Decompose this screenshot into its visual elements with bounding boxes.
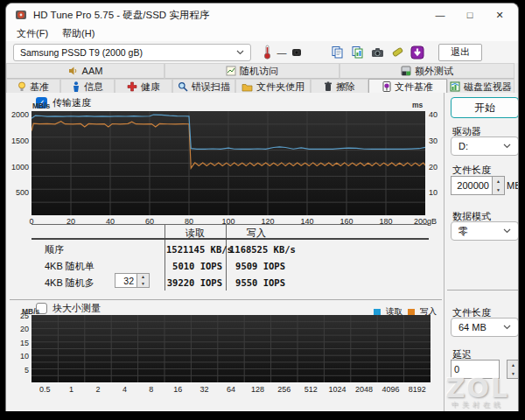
start-button[interactable]: 开始 [451,97,519,118]
file-length-spinner[interactable]: 200000 ▲▼ [451,176,505,195]
file-length-label: 文件长度 [452,164,491,177]
axis-tick: 2048 [351,385,377,394]
sidebar-divider [447,290,519,290]
file-length-unit: MB [507,180,519,191]
axis-tick: 2000 [6,110,29,119]
tab-label: 文件基准 [395,80,433,94]
spin-up-icon[interactable]: ▲ [493,177,504,186]
trash-icon [324,81,332,92]
lightbulb-icon [18,81,26,92]
spin-down-icon[interactable]: ▼ [508,369,519,378]
menubar: 文件(F) 帮助(H) [6,26,518,41]
temperature-unit-icon[interactable] [288,44,305,61]
axis-tick: 32 [192,385,218,394]
titlebar: HD Tune Pro 5.75 - 硬盘/SSD 实用程序 — □ ✕ [6,4,518,26]
axis-tick: 500 [6,188,29,197]
save-screenshot-icon[interactable] [388,44,406,61]
tab-label: 磁盘监视器 [464,80,512,94]
row-sequential-read: 1521145 KB/s [166,244,222,255]
axis-tick: 128 [244,385,270,394]
info-icon [72,81,80,92]
axis-tick: 1024 [325,385,351,394]
download-icon[interactable] [409,44,426,61]
transfer-speed-label: 传输速度 [52,96,91,109]
toolbar: Samsung PSSD T9 (2000 gB) — [6,41,518,63]
disk-test-icon [401,66,411,76]
disk-monitor-icon [450,81,460,92]
magnifier-icon [178,81,188,92]
file-length-value[interactable]: 200000 [451,176,493,195]
temperature-value: — [276,47,288,58]
axis-tick: 1 [59,385,85,394]
queue-depth-spinner[interactable]: 32 ▲▼ [115,273,150,288]
queue-depth-value[interactable]: 32 [115,273,137,288]
file-benchmark-icon [382,81,391,92]
row-sequential-write: 1168525 KB/s [229,244,285,255]
tab-extra-tests[interactable]: 额外测试 [340,63,514,79]
delay-spinner-buttons[interactable]: ▲▼ [507,360,519,379]
row-4k-multi-label: 4KB 随机多 [45,276,94,290]
axis-tick: 30 [429,136,444,145]
chart1-y2-unit-label: ms [412,101,423,109]
zol-subtitle: 中关村在线 [446,400,509,410]
axis-tick: 1000 [6,163,29,172]
copy-text-icon[interactable] [328,44,346,61]
tabrow-secondary: AAM 随机访问 额外测试 [6,63,518,79]
axis-tick: 10 [6,352,29,360]
file-benchmark-panel: ✓ 传输速度 MB/s ms 200015001000500 40302010 … [6,93,518,411]
spin-down-icon[interactable]: ▼ [137,281,149,288]
data-mode-value: 零 [458,225,468,238]
axis-tick: 512 [298,385,324,394]
block-size-label: 块大小测量 [52,302,101,315]
menu-help[interactable]: 帮助(H) [62,27,94,40]
close-button[interactable]: ✕ [485,4,514,25]
chevron-down-icon [503,144,511,149]
tab-aam[interactable]: AAM [6,63,164,79]
axis-tick: 256 [271,385,298,394]
data-mode-dropdown[interactable]: 零 [451,221,519,241]
axis-tick: 8192 [404,385,430,394]
delay-input[interactable]: 0 [451,360,500,379]
tab-random-access[interactable]: 随机访问 [164,63,340,79]
row-sequential-label: 顺序 [45,243,64,256]
drive-dropdown[interactable]: D: [451,136,519,156]
spin-down-icon[interactable]: ▼ [493,186,504,194]
block-size-checkbox-row: 块大小测量 [36,302,101,315]
chevron-down-icon [236,50,244,55]
screenshot-root: { "window": { "title": "HD Tune Pro 5.75… [0,0,525,420]
spin-up-icon[interactable]: ▲ [508,360,519,369]
axis-tick: 1500 [6,136,29,145]
app-window: HD Tune Pro 5.75 - 硬盘/SSD 实用程序 — □ ✕ 文件(… [5,3,519,411]
axis-tick: 4 [111,385,137,394]
axis-tick: 64 [218,385,244,394]
window-title: HD Tune Pro 5.75 - 硬盘/SSD 实用程序 [33,9,209,22]
copy-image-icon[interactable] [348,44,366,61]
chart1-y-unit-label: MB/s [32,102,50,110]
minimize-button[interactable]: — [425,4,455,25]
drive-selector-value: Samsung PSSD T9 (2000 gB) [20,47,143,58]
axis-tick: 16 [164,385,191,394]
axis-tick: 0.5 [32,385,58,394]
maximize-button[interactable]: □ [455,4,485,25]
axis-tick: 5 [6,366,29,374]
axis-tick: 20 [429,163,444,172]
section-divider [10,299,442,300]
health-cross-icon [127,81,137,92]
drive-selector-dropdown[interactable]: Samsung PSSD T9 (2000 gB) [13,44,251,61]
folder-icon [242,82,253,92]
block-file-length-dropdown[interactable]: 64 MB [451,318,519,337]
row-4k-single-write: 9509 IOPS [229,261,285,271]
spin-up-icon[interactable]: ▲ [137,274,149,281]
tab-label: 健康 [141,80,160,94]
camera-icon[interactable] [368,44,386,61]
menu-file[interactable]: 文件(F) [17,27,48,40]
temperature-icon[interactable] [258,44,276,61]
transfer-speed-chart [32,111,425,215]
axis-tick: 40 [429,110,444,119]
chevron-down-icon [503,325,511,330]
tab-label: 随机访问 [240,65,278,78]
tab-label: 文件夹使用 [256,80,304,94]
drive-dropdown-value: D: [458,141,468,151]
row-4k-single-read: 5010 IOPS [166,261,222,271]
exit-button[interactable]: 退出 [438,44,482,61]
